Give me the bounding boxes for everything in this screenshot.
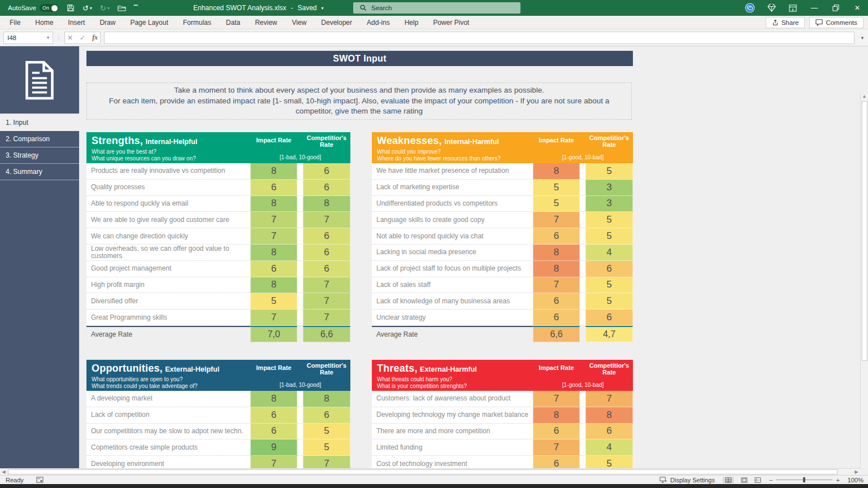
competitor-rate-cell[interactable]: 8 — [303, 391, 350, 407]
autosave-toggle[interactable]: AutoSave On — [8, 4, 59, 12]
item-label-cell[interactable]: Unclear strategy — [372, 310, 533, 326]
competitor-rate-cell[interactable]: 3 — [585, 196, 633, 212]
avatar[interactable] — [739, 0, 761, 16]
close-icon[interactable]: ✕ — [847, 0, 868, 16]
impact-rate-cell[interactable]: 6 — [250, 180, 297, 196]
sidebar-item-input[interactable]: 1. Input — [0, 115, 79, 131]
redo-icon[interactable]: ↻▾ — [100, 4, 110, 12]
ribbon-tab-draw[interactable]: Draw — [92, 16, 123, 29]
impact-rate-cell[interactable]: 8 — [533, 163, 580, 180]
item-label-cell[interactable]: Developing environment — [86, 456, 250, 468]
impact-rate-cell[interactable]: 5 — [533, 180, 580, 196]
impact-rate-cell[interactable]: 6 — [533, 456, 580, 468]
sidebar-item-strategy[interactable]: 3. Strategy — [0, 147, 79, 164]
competitor-rate-cell[interactable]: 6 — [585, 310, 633, 326]
item-label-cell[interactable]: We can change direction quickly — [86, 228, 250, 245]
competitor-rate-cell[interactable]: 6 — [303, 261, 350, 277]
competitor-rate-cell[interactable]: 7 — [303, 293, 350, 310]
impact-rate-cell[interactable]: 8 — [250, 391, 297, 407]
item-label-cell[interactable]: We are able to give really good customer… — [86, 212, 250, 228]
impact-rate-cell[interactable]: 7 — [533, 439, 580, 456]
impact-rate-cell[interactable]: 8 — [533, 407, 580, 424]
scroll-left-icon[interactable]: ◀ — [0, 469, 7, 475]
impact-rate-cell[interactable]: 5 — [533, 196, 580, 212]
formula-bar-expand-icon[interactable]: ▾ — [857, 35, 868, 41]
page-layout-view-icon[interactable] — [741, 477, 748, 483]
competitor-rate-cell[interactable]: 5 — [585, 212, 633, 228]
item-label-cell[interactable]: Undifferentiated products vs competitors — [372, 196, 533, 212]
competitor-rate-cell[interactable]: 4 — [585, 245, 633, 261]
competitor-rate-cell[interactable]: 6 — [585, 424, 633, 440]
macro-record-icon[interactable] — [36, 477, 44, 483]
save-icon[interactable] — [67, 4, 75, 12]
average-impact-cell[interactable]: 6,6 — [533, 326, 580, 342]
competitor-rate-cell[interactable]: 5 — [585, 293, 633, 310]
impact-rate-cell[interactable]: 7 — [250, 310, 297, 326]
item-label-cell[interactable]: Great Programming skills — [86, 310, 250, 326]
average-competitor-cell[interactable]: 4,7 — [585, 326, 633, 342]
ribbon-tab-home[interactable]: Home — [28, 16, 60, 29]
item-label-cell[interactable]: There are more and more competition — [372, 424, 533, 440]
competitor-rate-cell[interactable]: 3 — [585, 180, 633, 196]
competitor-rate-cell[interactable]: 8 — [303, 196, 350, 212]
item-label-cell[interactable]: Copmetitors create simple products — [86, 439, 250, 456]
competitor-rate-cell[interactable]: 4 — [585, 439, 633, 456]
item-label-cell[interactable]: Lack of project staff to focus on multip… — [372, 261, 533, 277]
impact-rate-cell[interactable]: 5 — [250, 293, 297, 310]
item-label-cell[interactable]: Language skills to create good copy — [372, 212, 533, 228]
ribbon-tab-data[interactable]: Data — [219, 16, 248, 29]
impact-rate-cell[interactable]: 6 — [533, 228, 580, 245]
scroll-up-icon[interactable]: ▲ — [861, 93, 868, 101]
impact-rate-cell[interactable]: 7 — [250, 456, 297, 468]
search-input[interactable]: Search — [353, 2, 520, 14]
ribbon-tab-power-pivot[interactable]: Power Pivot — [426, 16, 476, 29]
ribbon-tab-review[interactable]: Review — [248, 16, 284, 29]
enter-icon[interactable]: ✓ — [80, 34, 85, 42]
item-label-cell[interactable]: High profit margin — [86, 277, 250, 294]
insert-function-icon[interactable]: fx — [92, 33, 98, 42]
impact-rate-cell[interactable]: 8 — [250, 196, 297, 212]
scroll-right-icon[interactable]: ▶ — [853, 469, 860, 475]
average-impact-cell[interactable]: 7,0 — [250, 326, 297, 342]
item-label-cell[interactable]: We have little market presence of reputa… — [372, 163, 533, 180]
sidebar-item-comparison[interactable]: 2. Comparison — [0, 131, 79, 147]
item-label-cell[interactable]: Lack of marketing expertise — [372, 180, 533, 196]
impact-rate-cell[interactable]: 6 — [250, 424, 297, 440]
impact-rate-cell[interactable]: 7 — [533, 277, 580, 294]
undo-icon[interactable]: ↺▾ — [83, 4, 92, 12]
sidebar-item-summary[interactable]: 4. Summary — [0, 164, 79, 180]
restore-icon[interactable] — [825, 0, 847, 16]
item-label-cell[interactable]: Products are really innovative vs compet… — [86, 163, 250, 180]
impact-rate-cell[interactable]: 8 — [250, 277, 297, 294]
ribbon-tab-help[interactable]: Help — [397, 16, 426, 29]
folder-icon[interactable] — [118, 5, 126, 12]
competitor-rate-cell[interactable]: 7 — [303, 277, 350, 294]
competitor-rate-cell[interactable]: 7 — [303, 456, 350, 468]
premium-diamond-icon[interactable] — [761, 0, 782, 16]
impact-rate-cell[interactable]: 7 — [533, 212, 580, 228]
page-break-view-icon[interactable] — [754, 477, 761, 483]
item-label-cell[interactable]: Not able to respond quickly via chat — [372, 228, 533, 245]
competitor-rate-cell[interactable]: 6 — [303, 407, 350, 424]
competitor-rate-cell[interactable]: 5 — [585, 277, 633, 294]
competitor-rate-cell[interactable]: 5 — [303, 424, 350, 440]
zoom-in-icon[interactable]: + — [836, 477, 839, 483]
impact-rate-cell[interactable]: 8 — [250, 245, 297, 261]
item-label-cell[interactable]: Limited funding — [372, 439, 533, 456]
item-label-cell[interactable]: Lacking in social media presence — [372, 245, 533, 261]
impact-rate-cell[interactable]: 6 — [533, 424, 580, 440]
vertical-scroll-thumb[interactable] — [862, 101, 867, 361]
ribbon-tab-formulas[interactable]: Formulas — [176, 16, 219, 29]
competitor-rate-cell[interactable]: 5 — [585, 163, 633, 180]
zoom-slider[interactable] — [776, 480, 832, 480]
item-label-cell[interactable]: Low overheads, so we can offer good valu… — [86, 245, 250, 261]
item-label-cell[interactable]: Able to respond quckly via email — [86, 196, 250, 212]
competitor-rate-cell[interactable]: 6 — [303, 245, 350, 261]
item-label-cell[interactable]: Our competititors may be slow to adpot n… — [86, 424, 250, 440]
item-label-cell[interactable]: Lack of competition — [86, 407, 250, 424]
impact-rate-cell[interactable]: 7 — [250, 228, 297, 245]
impact-rate-cell[interactable]: 8 — [533, 245, 580, 261]
competitor-rate-cell[interactable]: 5 — [303, 439, 350, 456]
item-label-cell[interactable]: Lack of sales staff — [372, 277, 533, 294]
normal-view-icon[interactable] — [723, 477, 734, 483]
